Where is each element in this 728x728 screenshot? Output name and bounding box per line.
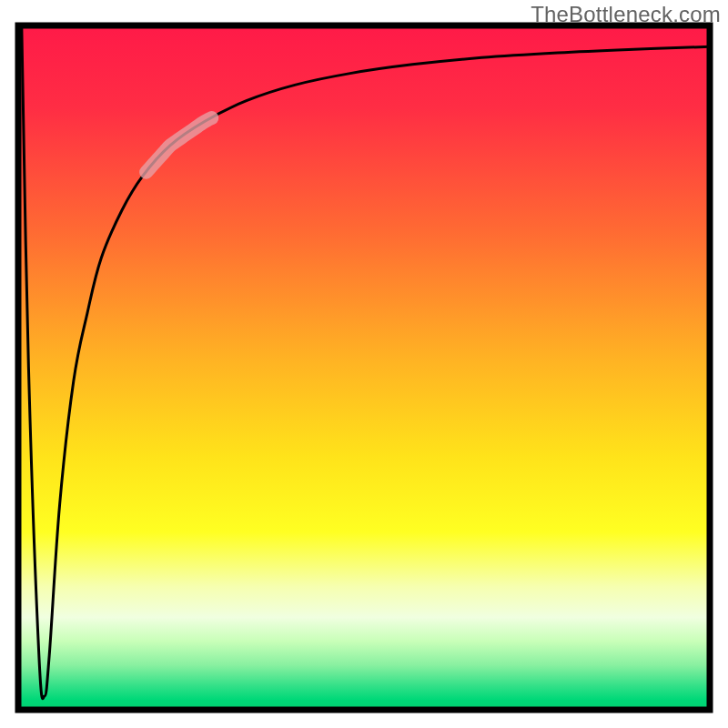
gradient-fill xyxy=(18,25,710,710)
watermark-text: TheBottleneck.com xyxy=(531,2,721,27)
bottleneck-chart xyxy=(0,0,728,728)
